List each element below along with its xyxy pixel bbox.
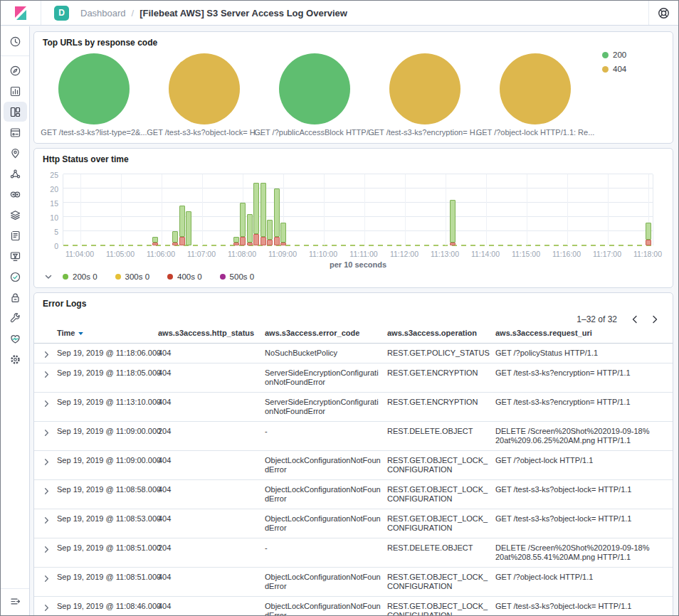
- cell-request-uri: GET /test-s3-ks?object-lock= HTTP/1.1: [495, 480, 656, 499]
- legend-item-200s[interactable]: 200s 0: [63, 272, 98, 281]
- visualize-icon: [9, 85, 21, 97]
- bar-200s[interactable]: [267, 220, 273, 240]
- row-expand-button[interactable]: [41, 568, 57, 585]
- chevron-right-icon: [650, 314, 660, 324]
- bar-400s[interactable]: [179, 237, 185, 245]
- pie-slice-200[interactable]: [279, 53, 350, 124]
- column-header-aws.s3access.http_status[interactable]: aws.s3access.http_status: [158, 327, 265, 343]
- sidebar-item-canvas[interactable]: [4, 122, 27, 142]
- bar-200s[interactable]: [646, 223, 651, 240]
- row-expand-button[interactable]: [41, 344, 57, 361]
- sidebar-item-stack-monitoring[interactable]: [4, 329, 27, 349]
- legend-item-200[interactable]: 200: [602, 51, 626, 59]
- sidebar-item-metrics[interactable]: [4, 184, 27, 204]
- sidebar-item-apm[interactable]: [4, 225, 27, 245]
- row-expand-button[interactable]: [41, 451, 57, 469]
- bar-400s[interactable]: [172, 243, 178, 245]
- bar-400s[interactable]: [280, 243, 286, 245]
- x-tick-label: 11:06:00: [147, 250, 175, 258]
- logs-icon: [9, 209, 21, 221]
- column-header-time[interactable]: Time: [57, 327, 158, 343]
- column-header-aws.s3access.operation[interactable]: aws.s3access.operation: [387, 327, 495, 343]
- bar-400s[interactable]: [450, 243, 456, 245]
- sort-desc-arrow-icon: [78, 330, 84, 336]
- column-header-aws.s3access.request_uri[interactable]: aws.s3access.request_uri: [495, 327, 656, 343]
- sidebar-item-dashboard[interactable]: [4, 102, 27, 122]
- bar-200s[interactable]: [152, 237, 158, 243]
- row-expand-button[interactable]: [41, 597, 57, 615]
- help-icon[interactable]: [657, 6, 670, 20]
- sidebar-item-maps[interactable]: [4, 143, 27, 163]
- sidebar-item-logs[interactable]: [4, 205, 27, 225]
- bar-200s[interactable]: [450, 200, 456, 243]
- sidebar-item-management[interactable]: [4, 349, 27, 369]
- bar-200s[interactable]: [247, 214, 253, 243]
- sidebar-item-uptime[interactable]: [4, 246, 27, 266]
- kibana-logo[interactable]: [1, 1, 41, 25]
- pie-slice-404[interactable]: [500, 53, 571, 124]
- bar-400s[interactable]: [240, 237, 246, 245]
- sidebar-item-discover[interactable]: [4, 60, 27, 80]
- row-expand-button[interactable]: [41, 422, 57, 440]
- sidebar-item-siem[interactable]: [4, 287, 27, 307]
- pie-slice-404[interactable]: [389, 53, 460, 124]
- sidebar-item-machine-learning[interactable]: [4, 164, 27, 184]
- cell-operation: REST.GET.OBJECT_LOCK_CONFIGURATION: [387, 568, 495, 596]
- bar-400s[interactable]: [646, 240, 651, 245]
- row-expand-button[interactable]: [41, 480, 57, 498]
- legend-label: 200s 0: [73, 272, 98, 281]
- legend-item-300s[interactable]: 300s 0: [115, 272, 150, 281]
- chevron-right-icon: [43, 487, 51, 495]
- cell-request-uri: GET /test-s3-ks?object-lock= HTTP/1.1: [495, 597, 656, 616]
- pie-slice-200[interactable]: [58, 53, 130, 124]
- bar-400s[interactable]: [267, 240, 273, 245]
- sidebar-item-dev-tools[interactable]: [4, 308, 27, 328]
- sidebar-footer: [1, 588, 29, 615]
- pagination-prev-button[interactable]: [626, 310, 644, 329]
- x-tick-label: 11:12:00: [390, 250, 419, 258]
- panel-title: Error Logs: [43, 299, 86, 309]
- bar-400s[interactable]: [152, 243, 158, 245]
- collapse-sidebar-icon[interactable]: [9, 595, 21, 607]
- bar-200s[interactable]: [274, 188, 280, 237]
- space-avatar[interactable]: D: [54, 6, 69, 21]
- bar-400s[interactable]: [260, 237, 266, 245]
- x-tick-label: 11:05:00: [106, 250, 135, 258]
- row-expand-button[interactable]: [41, 393, 57, 410]
- bar-200s[interactable]: [280, 223, 286, 243]
- bar-400s[interactable]: [274, 237, 280, 245]
- legend-collapse-chevron-icon[interactable]: [44, 272, 53, 281]
- legend-item-500s[interactable]: 500s 0: [220, 272, 255, 281]
- h-gridline: [63, 230, 653, 231]
- row-expand-button[interactable]: [41, 363, 57, 381]
- bar-200s[interactable]: [253, 183, 259, 234]
- pie-slice-404[interactable]: [169, 53, 240, 124]
- bar-200s[interactable]: [260, 183, 266, 237]
- bar-200s[interactable]: [240, 203, 246, 237]
- breadcrumb-dashboard[interactable]: Dashboard: [80, 8, 126, 18]
- chart-legend: 200s 0300s 0400s 0500s 0: [44, 272, 272, 281]
- row-expand-button[interactable]: [41, 509, 57, 527]
- row-expand-button[interactable]: [41, 538, 57, 556]
- column-header-aws.s3access.error_code[interactable]: aws.s3access.error_code: [265, 327, 387, 343]
- legend-item-400s[interactable]: 400s 0: [167, 272, 202, 281]
- bar-200s[interactable]: [186, 211, 191, 245]
- sidebar-item-monitors[interactable]: [4, 267, 27, 287]
- legend-item-404[interactable]: 404: [602, 65, 626, 73]
- cell-operation: REST.GET.OBJECT_LOCK_CONFIGURATION: [387, 509, 495, 538]
- sidebar-item-recently-viewed[interactable]: [4, 31, 27, 51]
- bar-400s[interactable]: [253, 234, 259, 245]
- bar-200s[interactable]: [233, 237, 239, 243]
- table-header-row: Timeaws.s3access.http_statusaws.s3access…: [34, 327, 673, 344]
- top-nav: D Dashboard / [Filebeat AWS] S3 Server A…: [1, 1, 678, 26]
- cell-error-code: ServerSideEncryptionConfigurationNotFoun…: [265, 363, 387, 392]
- bar-200s[interactable]: [179, 206, 185, 237]
- bar-400s[interactable]: [233, 243, 239, 245]
- cell-operation: REST.GET.OBJECT_LOCK_CONFIGURATION: [387, 480, 495, 509]
- table-row: Sep 19, 2019 @ 11:13:10.000404ServerSide…: [34, 393, 673, 422]
- pagination-next-button[interactable]: [646, 310, 664, 329]
- sidebar-item-visualize[interactable]: [4, 81, 27, 101]
- bar-200s[interactable]: [172, 231, 178, 243]
- h-gridline: [63, 174, 653, 174]
- bar-400s[interactable]: [247, 243, 253, 245]
